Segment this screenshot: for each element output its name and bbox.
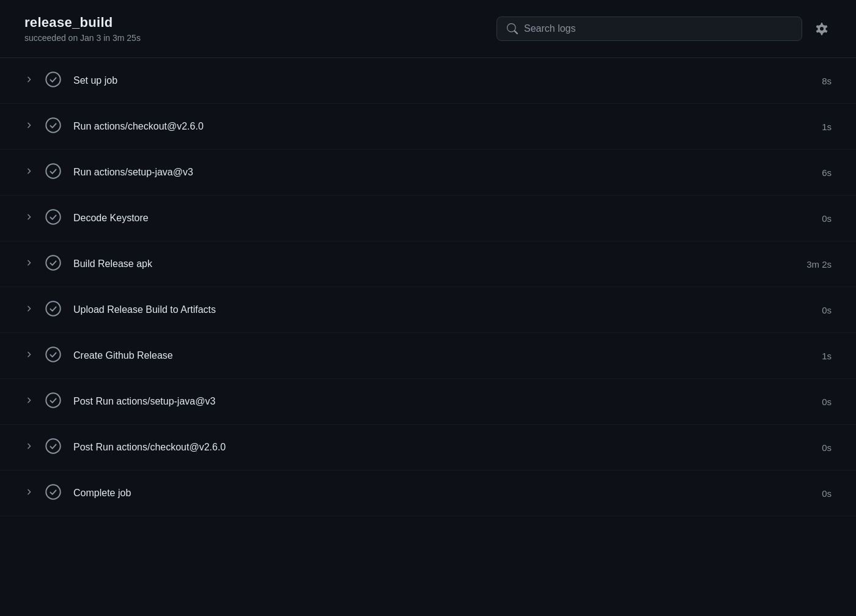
page-title: release_build	[24, 15, 141, 31]
job-duration: 0s	[795, 305, 832, 315]
search-icon	[507, 23, 518, 34]
job-item[interactable]: Decode Keystore 0s	[0, 196, 856, 241]
svg-point-6	[46, 347, 60, 361]
settings-button[interactable]	[812, 19, 832, 38]
chevron-right-icon	[24, 167, 33, 178]
job-name: Complete job	[73, 488, 131, 499]
svg-point-4	[46, 255, 60, 270]
job-duration: 3m 2s	[795, 259, 832, 270]
chevron-right-icon	[24, 442, 33, 453]
success-status-icon	[45, 301, 61, 319]
job-duration: 1s	[795, 122, 832, 132]
svg-point-9	[46, 485, 60, 499]
search-bar[interactable]	[496, 16, 802, 41]
svg-point-5	[46, 301, 60, 315]
job-name: Decode Keystore	[73, 213, 149, 224]
success-status-icon	[45, 163, 61, 182]
job-left: Set up job	[24, 72, 117, 90]
success-status-icon	[45, 117, 61, 136]
job-name: Post Run actions/setup-java@v3	[73, 396, 215, 407]
job-name: Run actions/setup-java@v3	[73, 167, 193, 178]
job-item[interactable]: Create Github Release 1s	[0, 333, 856, 379]
header-right	[496, 16, 832, 41]
success-status-icon	[45, 255, 61, 273]
svg-point-2	[46, 164, 60, 178]
job-left: Upload Release Build to Artifacts	[24, 301, 216, 319]
gear-icon	[814, 21, 829, 36]
job-item[interactable]: Post Run actions/setup-java@v3 0s	[0, 379, 856, 425]
success-status-icon	[45, 484, 61, 502]
job-name: Post Run actions/checkout@v2.6.0	[73, 442, 226, 453]
job-duration: 0s	[795, 442, 832, 453]
job-item[interactable]: Build Release apk 3m 2s	[0, 241, 856, 287]
chevron-right-icon	[24, 304, 33, 315]
chevron-right-icon	[24, 350, 33, 361]
job-item[interactable]: Complete job 0s	[0, 471, 856, 516]
success-status-icon	[45, 209, 61, 227]
success-status-icon	[45, 438, 61, 457]
job-duration: 8s	[795, 76, 832, 86]
job-name: Build Release apk	[73, 258, 152, 270]
job-left: Run actions/checkout@v2.6.0	[24, 117, 204, 136]
job-duration: 0s	[795, 213, 832, 224]
job-left: Post Run actions/setup-java@v3	[24, 392, 215, 411]
job-item[interactable]: Upload Release Build to Artifacts 0s	[0, 287, 856, 333]
chevron-right-icon	[24, 488, 33, 499]
job-left: Complete job	[24, 484, 131, 502]
job-left: Post Run actions/checkout@v2.6.0	[24, 438, 226, 457]
job-left: Run actions/setup-java@v3	[24, 163, 193, 182]
job-left: Create Github Release	[24, 346, 173, 365]
chevron-right-icon	[24, 258, 33, 270]
job-name: Create Github Release	[73, 350, 173, 361]
job-duration: 0s	[795, 488, 832, 499]
success-status-icon	[45, 392, 61, 411]
chevron-right-icon	[24, 213, 33, 224]
jobs-list: Set up job 8s Run actions/checkout@v2.6.…	[0, 58, 856, 516]
svg-point-0	[46, 72, 60, 86]
page-header: release_build succeeded on Jan 3 in 3m 2…	[0, 0, 856, 58]
job-duration: 1s	[795, 351, 832, 361]
job-left: Build Release apk	[24, 255, 152, 273]
chevron-right-icon	[24, 121, 33, 132]
job-name: Upload Release Build to Artifacts	[73, 304, 216, 315]
svg-point-8	[46, 439, 60, 453]
job-duration: 0s	[795, 397, 832, 407]
success-status-icon	[45, 346, 61, 365]
svg-point-1	[46, 118, 60, 132]
svg-point-3	[46, 210, 60, 224]
success-status-icon	[45, 72, 61, 90]
search-input[interactable]	[524, 23, 792, 34]
header-left: release_build succeeded on Jan 3 in 3m 2…	[24, 15, 141, 43]
job-item[interactable]: Run actions/setup-java@v3 6s	[0, 150, 856, 196]
svg-point-7	[46, 393, 60, 407]
job-item[interactable]: Set up job 8s	[0, 58, 856, 104]
job-item[interactable]: Run actions/checkout@v2.6.0 1s	[0, 104, 856, 150]
job-item[interactable]: Post Run actions/checkout@v2.6.0 0s	[0, 425, 856, 471]
chevron-right-icon	[24, 75, 33, 86]
job-left: Decode Keystore	[24, 209, 149, 227]
job-duration: 6s	[795, 167, 832, 178]
job-name: Run actions/checkout@v2.6.0	[73, 121, 204, 132]
job-name: Set up job	[73, 75, 117, 86]
page-subtitle: succeeded on Jan 3 in 3m 25s	[24, 33, 141, 43]
chevron-right-icon	[24, 396, 33, 407]
